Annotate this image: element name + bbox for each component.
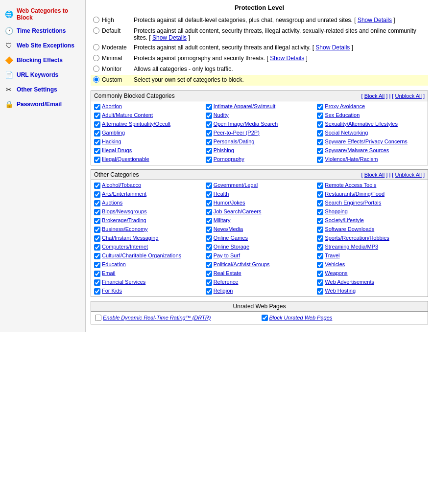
checkbox-cat[interactable] <box>317 262 323 268</box>
checkbox-cat[interactable] <box>317 279 323 286</box>
cat-label[interactable]: Government/Legal <box>214 182 258 188</box>
cat-label[interactable]: Open Image/Media Search <box>214 121 278 127</box>
cat-label[interactable]: Religion <box>214 288 233 294</box>
checkbox-cat[interactable] <box>317 104 323 110</box>
cat-label[interactable]: Streaming Media/MP3 <box>325 244 378 250</box>
show-details-default[interactable]: Show Details <box>152 34 187 41</box>
cat-label[interactable]: Web Advertisements <box>325 279 374 285</box>
checkbox-cat[interactable] <box>317 253 323 259</box>
cat-label[interactable]: Software Downloads <box>325 226 374 232</box>
show-details-minimal[interactable]: Show Details <box>270 55 304 62</box>
cat-label[interactable]: Remote Access Tools <box>325 182 376 188</box>
cat-label[interactable]: Social Networking <box>325 130 368 136</box>
cat-label[interactable]: Sex Education <box>325 112 360 118</box>
cat-label[interactable]: Nudity <box>214 112 229 118</box>
unblock-all-common[interactable]: Unblock All <box>395 93 421 99</box>
unrated-label[interactable]: Enable Dynamic Real-Time Rating™ (DRTR) <box>103 315 211 321</box>
sidebar-item-other-settings[interactable]: ✂ Other Settings <box>2 82 83 97</box>
unblock-all-other[interactable]: Unblock All <box>395 172 421 178</box>
sidebar-item-url-keywords[interactable]: 📄 URL Keywords <box>2 68 83 82</box>
radio-default[interactable] <box>93 27 99 34</box>
checkbox-cat[interactable] <box>317 288 323 295</box>
cat-label[interactable]: Computers/Internet <box>102 244 148 250</box>
checkbox-cat[interactable] <box>206 279 212 286</box>
checkbox-cat[interactable] <box>206 235 212 242</box>
sidebar-item-password-email[interactable]: 🔒 Password/Email <box>2 97 83 112</box>
cat-label[interactable]: Pay to Surf <box>214 252 240 258</box>
checkbox-cat[interactable] <box>317 271 323 277</box>
cat-label[interactable]: Chat/Instant Messaging <box>102 235 159 241</box>
cat-label[interactable]: Vehicles <box>325 261 345 267</box>
show-details-high[interactable]: Show Details <box>358 17 392 23</box>
checkbox-cat[interactable] <box>94 113 100 119</box>
cat-label[interactable]: For Kids <box>102 288 122 294</box>
checkbox-cat[interactable] <box>206 130 212 137</box>
checkbox-cat[interactable] <box>206 218 212 224</box>
cat-label[interactable]: Personals/Dating <box>214 138 255 144</box>
radio-custom[interactable] <box>93 76 99 83</box>
cat-label[interactable]: Cultural/Charitable Organizations <box>102 252 181 258</box>
block-all-other[interactable]: Block All <box>364 172 385 178</box>
cat-label[interactable]: Business/Economy <box>102 226 148 232</box>
checkbox-cat[interactable] <box>206 183 212 189</box>
checkbox-cat[interactable] <box>206 157 212 163</box>
cat-label[interactable]: Weapons <box>325 270 347 276</box>
cat-label[interactable]: Abortion <box>102 103 122 109</box>
checkbox-cat[interactable] <box>317 183 323 189</box>
show-details-moderate[interactable]: Show Details <box>315 44 350 51</box>
cat-label[interactable]: Web Hosting <box>325 288 356 294</box>
checkbox-cat[interactable] <box>317 244 323 251</box>
checkbox-cat[interactable] <box>317 218 323 224</box>
cat-label[interactable]: Humor/Jokes <box>214 200 245 206</box>
checkbox-cat[interactable] <box>94 227 100 233</box>
cat-label[interactable]: Brokerage/Trading <box>102 217 146 223</box>
checkbox-cat[interactable] <box>94 209 100 215</box>
radio-minimal[interactable] <box>93 55 99 61</box>
cat-label[interactable]: Alcohol/Tobacco <box>102 182 141 188</box>
cat-label[interactable]: Shopping <box>325 208 348 214</box>
checkbox-cat[interactable] <box>317 209 323 215</box>
cat-label[interactable]: Gambling <box>102 130 125 136</box>
radio-monitor[interactable] <box>93 66 99 72</box>
checkbox-cat[interactable] <box>206 191 212 198</box>
cat-label[interactable]: Illegal/Questionable <box>102 156 149 162</box>
checkbox-cat[interactable] <box>206 113 212 119</box>
cat-label[interactable]: Proxy Avoidance <box>325 103 365 109</box>
cat-label[interactable]: Real Estate <box>214 270 241 276</box>
checkbox-cat[interactable] <box>94 148 100 154</box>
checkbox-cat[interactable] <box>206 271 212 277</box>
checkbox-cat[interactable] <box>317 121 323 128</box>
checkbox-cat[interactable] <box>94 218 100 224</box>
checkbox-cat[interactable] <box>94 121 100 128</box>
cat-label[interactable]: Military <box>214 217 231 223</box>
checkbox-cat[interactable] <box>94 262 100 268</box>
checkbox-cat[interactable] <box>317 157 323 163</box>
checkbox-unrated[interactable] <box>262 315 268 321</box>
checkbox-cat[interactable] <box>206 288 212 295</box>
checkbox-cat[interactable] <box>206 253 212 259</box>
sidebar-item-web-categories[interactable]: 🌐 Web Categories to Block <box>2 5 83 23</box>
cat-label[interactable]: Arts/Entertainment <box>102 191 146 197</box>
cat-label[interactable]: Education <box>102 261 126 267</box>
checkbox-cat[interactable] <box>94 279 100 286</box>
unrated-label[interactable]: Block Unrated Web Pages <box>269 315 333 321</box>
checkbox-cat[interactable] <box>317 130 323 137</box>
radio-high[interactable] <box>93 17 99 23</box>
cat-label[interactable]: News/Media <box>214 226 243 232</box>
checkbox-cat[interactable] <box>94 183 100 189</box>
cat-label[interactable]: Health <box>214 191 229 197</box>
checkbox-cat[interactable] <box>94 200 100 206</box>
cat-label[interactable]: Search Engines/Portals <box>325 200 381 206</box>
cat-label[interactable]: Hacking <box>102 138 121 144</box>
cat-label[interactable]: Auctions <box>102 200 122 206</box>
cat-label[interactable]: Society/Lifestyle <box>325 217 363 223</box>
checkbox-cat[interactable] <box>206 244 212 251</box>
sidebar-item-time-restrictions[interactable]: 🕐 Time Restrictions <box>2 23 83 38</box>
sidebar-item-web-site-exceptions[interactable]: 🛡 Web Site Exceptions <box>2 38 83 53</box>
cat-label[interactable]: Financial Services <box>102 279 145 285</box>
cat-label[interactable]: Phishing <box>214 147 234 153</box>
checkbox-cat[interactable] <box>317 191 323 198</box>
cat-label[interactable]: Blogs/Newsgroups <box>102 208 147 214</box>
checkbox-cat[interactable] <box>317 235 323 242</box>
checkbox-cat[interactable] <box>206 262 212 268</box>
